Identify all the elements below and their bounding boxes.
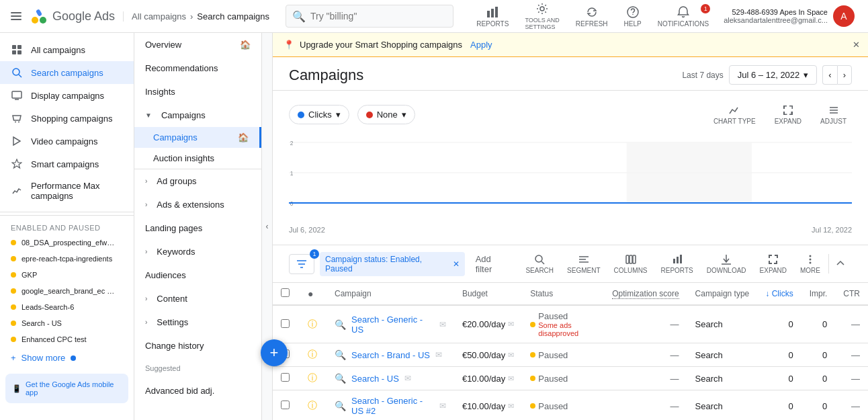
date-range-button[interactable]: Jul 6 – 12, 2022 ▾ [729,65,818,85]
campaign-list-item[interactable]: 08_DSA_prospecting_efw_tcpa [0,235,134,251]
sub-nav-campaigns-child[interactable]: Campaigns 🏠 [134,127,261,148]
refresh-button[interactable]: REFRESH [569,3,615,30]
sub-nav-suggested-label: Suggested [134,358,261,379]
campaign-list-item[interactable]: GKP [0,267,134,283]
campaign-link-1[interactable]: Search - Brand - US [351,350,430,360]
expand-chart-button[interactable]: EXPAND [769,101,807,128]
tools-button[interactable]: TOOLS ANDSETTINGS [518,0,566,33]
sub-nav-settings[interactable]: › Settings [134,310,261,334]
apply-button[interactable]: Apply [470,40,492,50]
row-checkbox-cell[interactable] [273,367,300,390]
sub-nav-auction-insights[interactable]: Auction insights [134,148,261,169]
create-campaign-fab[interactable]: + [261,339,288,366]
campaign-list-item[interactable]: Enhanced CPC test [0,331,134,347]
show-more-dot [71,355,76,361]
filter-button[interactable]: 1 [289,254,314,274]
sub-nav-recommendations[interactable]: Recommendations [134,56,261,80]
search-input[interactable] [286,5,453,28]
hamburger-menu[interactable] [8,8,24,24]
row-impr-cell: 0 [801,390,836,421]
more-button[interactable]: MORE [795,251,826,277]
budget-header[interactable]: Budget [454,283,522,305]
account-info[interactable]: 529-488-6939 Apes In Space aleksandartal… [718,3,860,30]
columns-icon [625,253,637,265]
none-metric-button[interactable]: None ▾ [357,105,415,124]
reports-button[interactable]: REPORTS [470,3,515,30]
sub-nav-ad-groups[interactable]: › Ad groups [134,169,261,193]
banner-text: Upgrade your Smart Shopping campaigns [300,40,462,50]
campaign-link-0[interactable]: Search - Generic - US [351,314,434,335]
chart-end-date: Jul 12, 2022 [812,226,852,234]
row-checkbox-2[interactable] [281,373,290,382]
row-campaign-name-cell: 🔍 Search - US ✉ [327,367,454,390]
opt-score-header[interactable]: Optimization score [604,283,687,305]
campaigns-section-label: Campaigns [161,110,206,120]
impr-header[interactable]: Impr. [801,283,836,305]
campaign-list-item[interactable]: Search - US [0,315,134,331]
table-reports-button[interactable]: REPORTS [656,251,699,277]
row-status-cell: Paused [522,343,604,367]
columns-button[interactable]: COLUMNS [609,251,653,277]
sub-nav-ads-extensions[interactable]: › Ads & extensions [134,193,261,216]
campaign-list-item[interactable]: epre-reach-tcpa-ingredients [0,251,134,267]
svg-rect-14 [12,91,21,98]
avatar[interactable]: A [833,5,855,27]
chart-type-button[interactable]: CHART TYPE [708,101,761,128]
filter-tag-close[interactable]: ✕ [453,259,460,269]
adjust-icon [828,104,840,116]
sidebar-item-all-campaigns[interactable]: All campaigns ⋮ [0,38,134,61]
row-checkbox-cell[interactable] [273,305,300,343]
sidebar-item-display-campaigns[interactable]: Display campaigns [0,84,134,107]
segment-button[interactable]: SEGMENT [562,251,605,277]
row-checkbox-0[interactable] [281,319,290,328]
sub-nav-content[interactable]: › Content [134,287,261,310]
campaign-name-header[interactable]: Campaign [327,283,454,305]
sidebar-item-video-campaigns[interactable]: Video campaigns [0,130,134,153]
campaign-link-2[interactable]: Search - US [351,374,399,384]
show-more-button[interactable]: + Show more [0,347,134,368]
select-all-header[interactable] [273,283,300,305]
clicks-metric-button[interactable]: Clicks ▾ [289,105,349,124]
mobile-app-banner[interactable]: 📱 Get the Google Ads mobile app [5,374,128,403]
campaign-list-item[interactable]: google_search_brand_ec pc_women [0,283,134,299]
status-header[interactable]: Status [522,283,604,305]
collapse-table-button[interactable] [828,254,852,274]
row-clicks-cell: 0 [757,305,801,343]
adjust-chart-button[interactable]: ADJUST [815,101,852,128]
sidebar-item-search-campaigns[interactable]: Search campaigns ⋮ [0,61,134,84]
notifications-button[interactable]: 1 NOTIFICATIONS [651,3,715,30]
campaign-type-header[interactable]: Campaign type [687,283,758,305]
sub-nav-insights[interactable]: Insights [134,80,261,103]
sub-nav-advanced-bid[interactable]: Advanced bid adj. [134,379,261,403]
row-checkbox-3[interactable] [281,401,290,409]
sidebar-item-smart-campaigns[interactable]: Smart campaigns [0,153,134,175]
sub-nav-campaigns-section[interactable]: ▼ Campaigns [134,103,261,127]
search-table-button[interactable]: SEARCH [520,251,559,277]
date-next-button[interactable]: › [837,65,852,85]
select-all-checkbox[interactable] [281,288,290,297]
sub-nav-overview[interactable]: Overview 🏠 [134,33,261,56]
ctr-header[interactable]: CTR [835,283,868,305]
add-filter-button[interactable]: Add filter [470,251,515,277]
svg-rect-39 [677,257,679,263]
help-button[interactable]: HELP [617,3,648,30]
row-ctr-cell: — [835,343,868,367]
row-checkbox-cell[interactable] [273,390,300,421]
expand-table-button[interactable]: EXPAND [754,251,792,277]
breadcrumb-parent[interactable]: All campaigns [132,11,186,22]
close-banner-button[interactable]: ✕ [853,40,860,50]
svg-rect-9 [17,45,21,49]
sidebar-item-shopping-campaigns[interactable]: Shopping campaigns [0,107,134,130]
campaign-list-item[interactable]: Leads-Search-6 [0,299,134,315]
svg-point-42 [810,255,812,257]
campaign-link-3[interactable]: Search - Generic - US #2 [351,396,434,416]
sub-nav-change-history[interactable]: Change history [134,334,261,358]
sub-nav-audiences[interactable]: Audiences [134,263,261,287]
date-prev-button[interactable]: ‹ [822,65,836,85]
sidebar-item-performance-max[interactable]: Performance Max campaigns [0,175,134,206]
sub-nav-keywords[interactable]: › Keywords [134,240,261,263]
filter-tag-status[interactable]: Campaign status: Enabled, Paused ✕ [320,252,465,276]
clicks-header[interactable]: ↓ Clicks [757,283,801,305]
sub-nav-landing-pages[interactable]: Landing pages [134,216,261,240]
download-button[interactable]: DOWNLOAD [701,251,752,277]
